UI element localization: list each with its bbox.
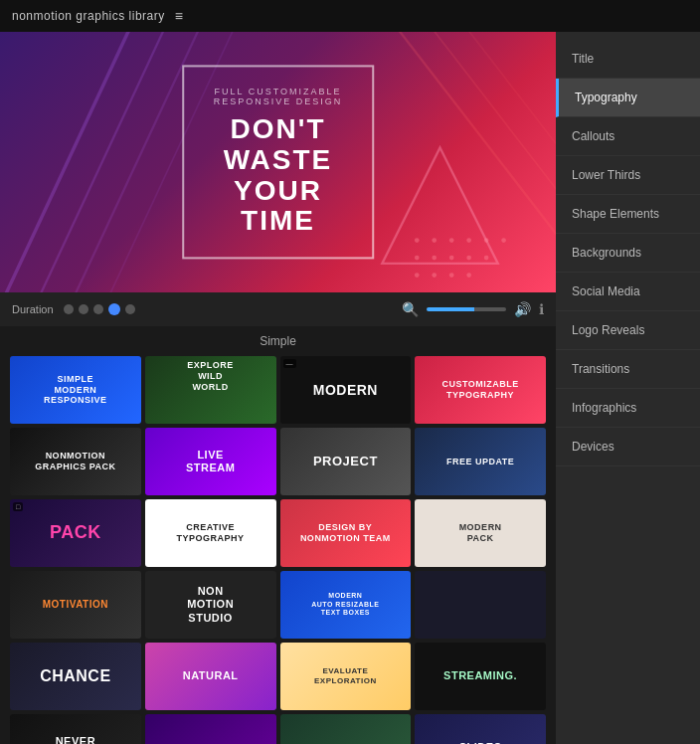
preview-center-box: FULL CUSTOMIZABLERESPONSIVE DESIGN DON'T… bbox=[182, 65, 375, 259]
grid-item[interactable]: SIMPLEMODERNRESPONSIVE bbox=[10, 356, 141, 424]
dur-dot-2[interactable] bbox=[79, 304, 88, 314]
grid-item[interactable]: MODERNAUTO RESIZABLETEXT BOXES bbox=[280, 571, 412, 639]
grid-item[interactable]: MODERN — bbox=[280, 356, 412, 424]
dur-dot-3[interactable] bbox=[93, 304, 103, 314]
svg-line-5 bbox=[417, 32, 556, 264]
volume-slider[interactable] bbox=[427, 307, 506, 311]
sidebar-item-shape-elements[interactable]: Shape Elements bbox=[556, 195, 700, 234]
grid-area: Simple SIMPLEMODERNRESPONSIVE EXPLOREWIL… bbox=[0, 326, 556, 744]
preview-title: DON'TWASTEYOURTIME bbox=[214, 114, 343, 237]
grid-item-label: NONMOTIONSTUDIO bbox=[183, 581, 238, 629]
sidebar: Title Typography Callouts Lower Thirds S… bbox=[556, 32, 700, 744]
grid-item[interactable]: SLIDES bbox=[415, 714, 546, 744]
preview-subtitle: FULL CUSTOMIZABLERESPONSIVE DESIGN bbox=[214, 87, 343, 106]
duration-dots bbox=[64, 303, 135, 315]
content-area: FULL CUSTOMIZABLERESPONSIVE DESIGN DON'T… bbox=[0, 32, 556, 744]
svg-point-20 bbox=[449, 273, 454, 278]
grid-item-label: MOTIVATION bbox=[39, 595, 112, 615]
grid-item-label: NATURAL bbox=[179, 665, 243, 686]
grid-item-label: CHANCE bbox=[36, 662, 114, 689]
grid-item[interactable]: CHANCE bbox=[10, 643, 141, 710]
dur-dot-4[interactable] bbox=[108, 303, 120, 315]
sidebar-item-logo-reveals[interactable]: Logo Reveals bbox=[556, 311, 700, 350]
grid-item[interactable]: NATURAL bbox=[145, 643, 276, 710]
top-bar: nonmotion graphics library ≡ bbox=[0, 0, 700, 32]
grid-item[interactable]: CREATIVETYPOGRAPHY bbox=[145, 499, 276, 567]
grid-item[interactable]: EXPLOREWILDWORLD bbox=[145, 356, 276, 424]
grid-item[interactable]: DESIGN BYNONMOTION TEAM bbox=[280, 499, 412, 567]
sidebar-item-typography[interactable]: Typography bbox=[556, 79, 700, 117]
sidebar-item-devices[interactable]: Devices bbox=[556, 428, 700, 466]
duration-label: Duration bbox=[12, 303, 54, 315]
grid-item[interactable] bbox=[415, 571, 546, 639]
grid-item[interactable]: NONMOTIONGRAPHICS PACK bbox=[10, 428, 141, 495]
info-icon[interactable]: ℹ bbox=[539, 301, 544, 317]
grid-item[interactable] bbox=[280, 714, 412, 744]
grid-item-label: MODERNPACK bbox=[455, 518, 506, 548]
sidebar-item-callouts[interactable]: Callouts bbox=[556, 117, 700, 156]
grid-item-label: CREATIVETYPOGRAPHY bbox=[173, 518, 249, 548]
thumbnail-grid: SIMPLEMODERNRESPONSIVE EXPLOREWILDWORLD … bbox=[10, 356, 546, 744]
sidebar-item-backgrounds[interactable]: Backgrounds bbox=[556, 234, 700, 273]
svg-line-6 bbox=[451, 32, 556, 264]
preview-panel: FULL CUSTOMIZABLERESPONSIVE DESIGN DON'T… bbox=[0, 32, 556, 292]
svg-point-12 bbox=[501, 238, 506, 243]
volume-icon[interactable]: 🔊 bbox=[514, 301, 531, 317]
svg-point-9 bbox=[449, 238, 454, 243]
grid-item-label: EvaluateExploration bbox=[310, 662, 381, 689]
grid-item-label: PACK bbox=[46, 518, 105, 548]
svg-point-17 bbox=[484, 256, 489, 261]
search-icon[interactable]: 🔍 bbox=[402, 301, 419, 317]
sidebar-item-infographics[interactable]: Infographics bbox=[556, 389, 700, 428]
grid-item[interactable]: streaming. bbox=[415, 643, 546, 710]
grid-item[interactable]: NEVERPACK bbox=[10, 714, 141, 744]
grid-item-label: streaming. bbox=[439, 665, 521, 686]
menu-icon[interactable]: ≡ bbox=[175, 8, 183, 24]
grid-item-label: PROJECT bbox=[309, 450, 382, 473]
grid-item-badge: □ bbox=[13, 502, 23, 511]
grid-item[interactable]: CUSTOMIZABLETYPOGRAPHY bbox=[415, 356, 546, 424]
dur-dot-5[interactable] bbox=[125, 304, 135, 314]
svg-marker-22 bbox=[382, 147, 497, 263]
grid-item-label: SIMPLEMODERNRESPONSIVE bbox=[40, 370, 111, 410]
grid-item-label: NONMOTIONGRAPHICS PACK bbox=[31, 447, 119, 476]
svg-point-16 bbox=[466, 256, 471, 261]
svg-point-19 bbox=[432, 273, 437, 278]
svg-point-8 bbox=[432, 238, 437, 243]
duration-controls: 🔍 🔊 ℹ bbox=[402, 301, 544, 317]
grid-item[interactable]: MODERNPACK bbox=[415, 499, 546, 567]
grid-item-label: NEVERPACK bbox=[52, 731, 99, 744]
svg-line-1 bbox=[12, 32, 174, 292]
svg-point-13 bbox=[415, 256, 420, 261]
grid-item-label: LIVESTREAM bbox=[182, 445, 239, 478]
svg-point-7 bbox=[415, 238, 420, 243]
svg-point-21 bbox=[466, 273, 471, 278]
sidebar-item-social-media[interactable]: Social Media bbox=[556, 273, 700, 311]
grid-item[interactable]: TYPOGRAPHY bbox=[145, 714, 276, 744]
grid-item[interactable]: PROJECT bbox=[280, 428, 412, 495]
section-label: Simple bbox=[10, 334, 546, 348]
grid-item-label: FREE UPDATE bbox=[442, 453, 518, 471]
grid-item-label: SLIDES bbox=[455, 737, 506, 744]
grid-item-label: EXPLOREWILDWORLD bbox=[145, 356, 276, 396]
grid-item[interactable]: PACK □ bbox=[10, 499, 141, 567]
sidebar-item-title[interactable]: Title bbox=[556, 40, 700, 79]
dur-dot-1[interactable] bbox=[64, 304, 74, 314]
grid-item-badge: — bbox=[283, 359, 296, 368]
svg-point-10 bbox=[466, 238, 471, 243]
duration-bar: Duration 🔍 🔊 ℹ bbox=[0, 292, 556, 326]
app-title: nonmotion graphics library bbox=[12, 9, 165, 23]
sidebar-item-transitions[interactable]: Transitions bbox=[556, 350, 700, 389]
grid-item-label: TYPOGRAPHY bbox=[173, 739, 249, 744]
grid-item[interactable]: FREE UPDATE bbox=[415, 428, 546, 495]
main-layout: FULL CUSTOMIZABLERESPONSIVE DESIGN DON'T… bbox=[0, 32, 700, 744]
grid-item-label: MODERNAUTO RESIZABLETEXT BOXES bbox=[307, 588, 383, 621]
svg-line-4 bbox=[382, 32, 556, 264]
grid-item[interactable]: NONMOTIONSTUDIO bbox=[145, 571, 276, 639]
grid-item[interactable]: EvaluateExploration bbox=[280, 643, 412, 710]
sidebar-item-lower-thirds[interactable]: Lower Thirds bbox=[556, 156, 700, 195]
grid-item[interactable]: LIVESTREAM bbox=[145, 428, 276, 495]
grid-item-label: DESIGN BYNONMOTION TEAM bbox=[296, 518, 395, 548]
grid-item[interactable]: MOTIVATION bbox=[10, 571, 141, 639]
grid-item-label: MODERN bbox=[309, 378, 382, 403]
